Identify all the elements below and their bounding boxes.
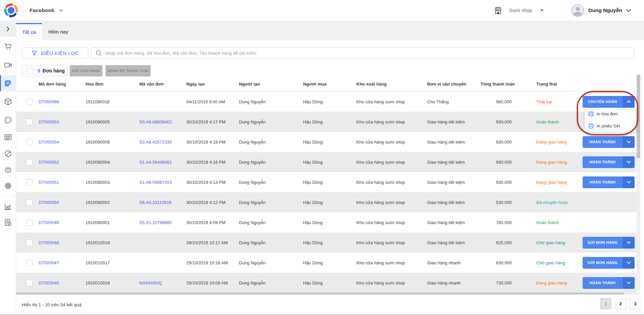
row-action-caret[interactable] <box>623 257 635 269</box>
order-id-link[interactable]: DT000052 <box>39 160 59 165</box>
shop-selector[interactable]: Sumi shop <box>494 0 544 21</box>
row-checkbox[interactable] <box>26 240 33 246</box>
row-action-button[interactable]: CHUYẾN HOÀN <box>583 96 635 108</box>
send-to-store-button[interactable]: GỬI CỬA HÀNG <box>70 65 102 76</box>
row-checkbox[interactable] <box>26 99 33 105</box>
gear-icon <box>4 182 12 190</box>
order-id-link[interactable]: DT000068 <box>39 99 59 104</box>
cell-warehouse: Kho cửa hàng sumi shop <box>356 140 427 145</box>
header-created[interactable]: Ngày tạo <box>186 82 239 87</box>
tracking-link[interactable]: S1.A6.05887314 <box>139 180 172 185</box>
row-action-button[interactable]: GỬI ĐƠN HÀNG <box>583 257 635 269</box>
row-checkbox[interactable] <box>26 219 33 226</box>
pagination-page-1[interactable]: 1 <box>600 298 611 309</box>
page-selector[interactable]: Facebook <box>30 0 63 21</box>
row-checkbox[interactable] <box>26 280 33 286</box>
row-action-button[interactable]: GỬI ĐƠN HÀNG <box>583 237 635 249</box>
header-warehouse[interactable]: Kho xuất hàng <box>356 82 427 87</box>
sidebar-item-settings[interactable] <box>0 178 16 194</box>
cell-order-id: DT000068 <box>39 99 86 104</box>
header-status[interactable]: Trạng thái <box>512 82 583 87</box>
header-tracking[interactable]: Mã vận đơn <box>139 82 186 87</box>
horizontal-scrollbar-thumb[interactable] <box>16 293 624 295</box>
menu-item-print-invoice[interactable]: In hóa đơn <box>585 108 636 120</box>
row-checkbox[interactable] <box>26 119 33 125</box>
row-checkbox[interactable] <box>26 159 33 165</box>
select-all-checkbox[interactable] <box>27 68 33 74</box>
row-checkbox[interactable] <box>26 199 33 206</box>
order-id-link[interactable]: DT000047 <box>39 260 59 265</box>
row-checkbox-cell <box>16 159 39 165</box>
menu-item-print-shipping[interactable]: In phiếu GH <box>585 120 636 132</box>
selection-box: 0 Đơn hàng <box>22 65 67 76</box>
sidebar-divider <box>0 196 16 196</box>
row-checkbox[interactable] <box>26 139 33 145</box>
row-action-caret[interactable] <box>623 156 635 168</box>
sync-status-button[interactable]: ĐỒNG BỘ TRẠNG THÁI <box>105 65 151 76</box>
cell-carrier: Giao hàng tiết kiệm <box>427 140 481 145</box>
tracking-link[interactable]: S6.A0.33110616 <box>139 200 171 205</box>
sidebar-item-products[interactable] <box>0 94 16 110</box>
filter-button[interactable]: ĐIỀU KIỆN LỌC <box>22 47 88 59</box>
cell-buyer: Hậu Dũng <box>303 280 356 285</box>
order-id-link[interactable]: DT000051 <box>39 180 59 185</box>
sidebar-item-bot[interactable] <box>0 162 16 178</box>
row-checkbox[interactable] <box>26 260 33 266</box>
cell-carrier: Giao hàng tiết kiệm <box>427 200 481 205</box>
header-order-id[interactable]: Mã đơn hàng <box>39 82 86 87</box>
row-action-button[interactable]: HOÀN THÀNH <box>583 277 635 289</box>
app-logo-icon[interactable] <box>4 3 18 18</box>
search-input[interactable] <box>105 51 634 56</box>
cell-order-id: DT000054 <box>39 140 86 145</box>
cell-created: 30/10/2019 4:12 PM <box>186 200 239 205</box>
user-menu[interactable]: Dung Nguyễn <box>572 0 631 21</box>
sidebar-item-messages[interactable] <box>0 112 16 128</box>
sidebar-item-livestream[interactable] <box>0 57 16 73</box>
header-carrier[interactable]: Đơn vị vận chuyển <box>427 82 481 87</box>
row-action-button[interactable]: HOÀN THÀNH <box>583 176 635 188</box>
row-checkbox[interactable] <box>26 179 33 186</box>
sidebar-item-blocked[interactable] <box>0 146 16 162</box>
status-badge: Chờ giao hàng <box>512 260 583 265</box>
row-action-button[interactable]: HOÀN THÀNH <box>583 156 635 168</box>
sidebar-expand-button[interactable] <box>0 21 16 37</box>
pagination-page-2[interactable]: 2 <box>615 298 626 309</box>
order-id-link[interactable]: DT000054 <box>39 140 59 145</box>
order-id-link[interactable]: DT000050 <box>39 200 59 205</box>
sidebar-item-history[interactable] <box>0 214 16 230</box>
ban-icon <box>4 150 12 158</box>
row-action-caret[interactable] <box>623 96 635 108</box>
sidebar-item-statistics[interactable] <box>0 199 16 215</box>
sidebar-item-posts[interactable] <box>0 129 16 145</box>
order-id-link[interactable]: DT000049 <box>39 220 59 225</box>
cell-creator: Dung Nguyễn <box>239 99 303 104</box>
header-total[interactable]: Tổng thanh toán <box>481 82 512 87</box>
row-action-caret[interactable] <box>623 237 635 249</box>
tab-all[interactable]: Tất cả <box>16 23 42 40</box>
order-id-link[interactable]: DT000053 <box>39 119 59 124</box>
row-action-button[interactable]: HOÀN THÀNH <box>583 136 635 148</box>
row-action-caret[interactable] <box>623 176 635 188</box>
tracking-link[interactable]: NX84X8VQ <box>139 280 162 285</box>
order-id-link[interactable]: DT000045 <box>39 280 59 285</box>
header-creator[interactable]: Người tạo <box>239 82 303 87</box>
selected-count: 0 <box>38 68 40 73</box>
sidebar-item-orders[interactable] <box>0 75 16 91</box>
row-action-caret[interactable] <box>623 136 635 148</box>
row-action-caret[interactable] <box>623 277 635 289</box>
header-invoice[interactable]: Hóa đơn <box>86 82 139 87</box>
vertical-scrollbar-thumb[interactable] <box>637 75 640 158</box>
sidebar-item-cart[interactable] <box>0 39 16 55</box>
tracking-link[interactable]: S0.A6.86606402 <box>139 119 172 124</box>
tab-strip: Tất cả Hôm nay <box>16 21 644 40</box>
print-dropdown-menu: In hóa đơn In phiếu GH <box>585 108 636 132</box>
tracking-link[interactable]: S1.A4.56448061 <box>139 160 172 165</box>
tab-today[interactable]: Hôm nay <box>42 23 75 40</box>
cell-tracking: S3.A8.42572335 <box>139 140 186 145</box>
cell-order-id: DT000053 <box>39 119 86 124</box>
tracking-link[interactable]: S5.A1.10788660 <box>139 220 172 225</box>
pagination-page-3[interactable]: 3 <box>630 298 641 309</box>
header-buyer[interactable]: Người mua <box>303 82 356 87</box>
tracking-link[interactable]: S3.A8.42572335 <box>139 140 172 145</box>
order-id-link[interactable]: DT000048 <box>39 240 59 245</box>
